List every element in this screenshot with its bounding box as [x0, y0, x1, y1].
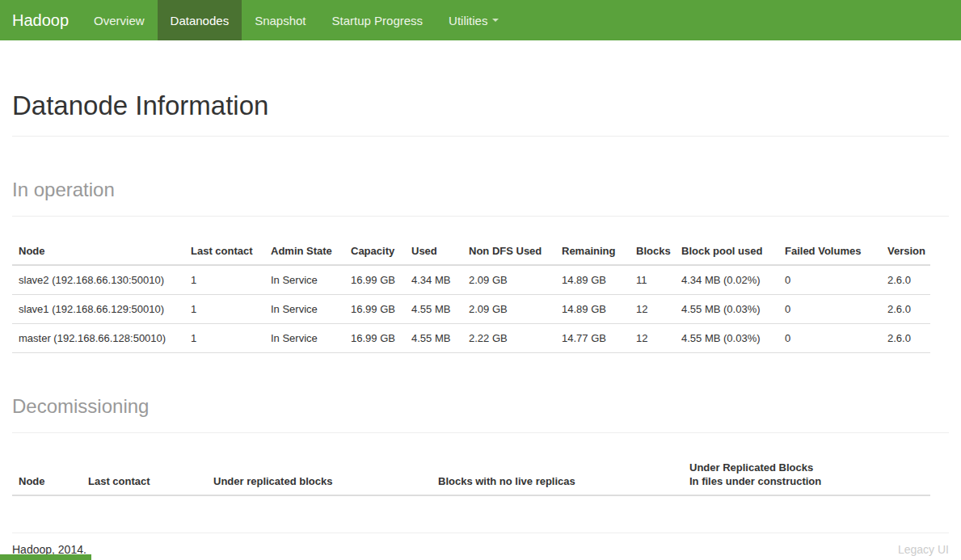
- header-line2: In files under construction: [689, 475, 821, 487]
- cell-node: slave2 (192.168.66.130:50010): [12, 265, 184, 295]
- title-divider: [12, 136, 949, 137]
- column-header-block-pool-used: Block pool used: [675, 238, 778, 265]
- cell-blocks: 11: [630, 265, 675, 295]
- table-row: master (192.168.66.128:50010) 1 In Servi…: [12, 324, 930, 353]
- column-header-failed-volumes: Failed Volumes: [778, 238, 881, 265]
- decommissioning-table: Node Last contact Under replicated block…: [12, 454, 930, 496]
- footer: Hadoop, 2014. Legacy UI: [12, 533, 949, 560]
- nav-item-utilities-label: Utilities: [449, 14, 487, 27]
- section-heading-decommissioning: Decomissioning: [12, 395, 949, 418]
- brand-hadoop[interactable]: Hadoop: [0, 0, 81, 40]
- top-navbar: Hadoop Overview Datanodes Snapshot Start…: [0, 0, 961, 40]
- cell-failed-volumes: 0: [778, 295, 881, 324]
- table-header-row: Node Last contact Under replicated block…: [12, 454, 930, 495]
- cell-admin-state: In Service: [264, 324, 344, 353]
- column-header-last-contact: Last contact: [184, 238, 264, 265]
- cell-blocks: 12: [630, 295, 675, 324]
- cell-last-contact: 1: [184, 265, 264, 295]
- column-header-used: Used: [405, 238, 462, 265]
- legacy-ui-link[interactable]: Legacy UI: [898, 543, 949, 556]
- column-header-last-contact: Last contact: [82, 454, 207, 495]
- column-header-blocks-no-live-replicas: Blocks with no live replicas: [432, 454, 683, 495]
- column-header-under-replicated-construction: Under Replicated Blocks In files under c…: [683, 454, 930, 495]
- table-row: slave2 (192.168.66.130:50010) 1 In Servi…: [12, 265, 930, 295]
- column-header-admin-state: Admin State: [264, 238, 344, 265]
- cell-non-dfs-used: 2.09 GB: [462, 265, 555, 295]
- column-header-remaining: Remaining: [555, 238, 630, 265]
- cell-non-dfs-used: 2.09 GB: [462, 295, 555, 324]
- cell-version: 2.6.0: [881, 324, 930, 353]
- decommissioning-divider: [12, 432, 949, 433]
- cell-remaining: 14.89 GB: [555, 265, 630, 295]
- cell-capacity: 16.99 GB: [344, 324, 405, 353]
- cell-last-contact: 1: [184, 324, 264, 353]
- column-header-non-dfs-used: Non DFS Used: [462, 238, 555, 265]
- in-operation-divider: [12, 216, 949, 217]
- nav-item-datanodes[interactable]: Datanodes: [158, 0, 242, 40]
- bottom-left-green-strip: [0, 554, 91, 560]
- page-title: Datanode Information: [12, 91, 949, 121]
- cell-failed-volumes: 0: [778, 265, 881, 295]
- section-heading-in-operation: In operation: [12, 179, 949, 201]
- caret-down-icon: [492, 19, 499, 22]
- table-row: slave1 (192.168.66.129:50010) 1 In Servi…: [12, 295, 930, 324]
- nav-item-overview[interactable]: Overview: [81, 0, 158, 40]
- cell-capacity: 16.99 GB: [344, 265, 405, 295]
- cell-blocks: 12: [630, 324, 675, 353]
- nav-item-startup-progress[interactable]: Startup Progress: [319, 0, 436, 40]
- cell-remaining: 14.89 GB: [555, 295, 630, 324]
- cell-remaining: 14.77 GB: [555, 324, 630, 353]
- cell-capacity: 16.99 GB: [344, 295, 405, 324]
- column-header-node: Node: [12, 454, 82, 495]
- cell-used: 4.55 MB: [405, 324, 462, 353]
- cell-node: slave1 (192.168.66.129:50010): [12, 295, 184, 324]
- cell-version: 2.6.0: [881, 265, 930, 295]
- cell-admin-state: In Service: [264, 295, 344, 324]
- cell-last-contact: 1: [184, 295, 264, 324]
- column-header-under-replicated-blocks: Under replicated blocks: [207, 454, 432, 495]
- cell-admin-state: In Service: [264, 265, 344, 295]
- column-header-version: Version: [881, 238, 930, 265]
- nav-item-snapshot[interactable]: Snapshot: [242, 0, 318, 40]
- table-header-row: Node Last contact Admin State Capacity U…: [12, 238, 930, 265]
- cell-node: master (192.168.66.128:50010): [12, 324, 184, 353]
- cell-block-pool-used: 4.55 MB (0.03%): [675, 295, 778, 324]
- cell-used: 4.34 MB: [405, 265, 462, 295]
- cell-version: 2.6.0: [881, 295, 930, 324]
- column-header-node: Node: [12, 238, 184, 265]
- column-header-capacity: Capacity: [344, 238, 405, 265]
- cell-used: 4.55 MB: [405, 295, 462, 324]
- cell-block-pool-used: 4.55 MB (0.03%): [675, 324, 778, 353]
- cell-block-pool-used: 4.34 MB (0.02%): [675, 265, 778, 295]
- cell-non-dfs-used: 2.22 GB: [462, 324, 555, 353]
- in-operation-table: Node Last contact Admin State Capacity U…: [12, 238, 930, 353]
- column-header-blocks: Blocks: [630, 238, 675, 265]
- cell-failed-volumes: 0: [778, 324, 881, 353]
- header-line1: Under Replicated Blocks: [689, 461, 813, 474]
- nav-item-utilities[interactable]: Utilities: [436, 0, 512, 40]
